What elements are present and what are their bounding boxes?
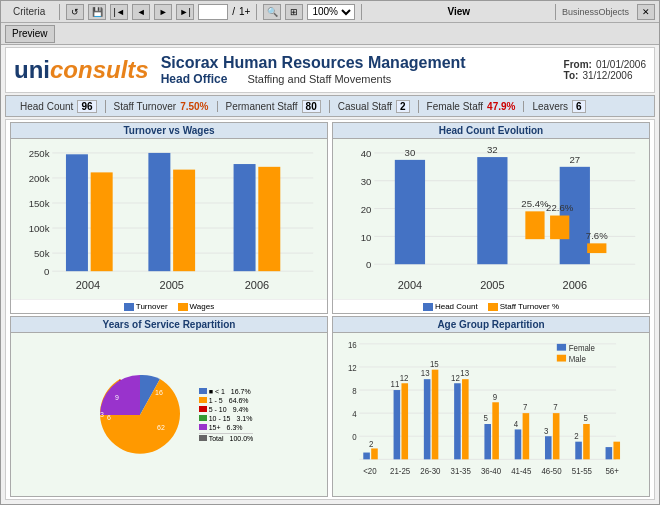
legend-headcount: Head Count (423, 302, 478, 311)
svg-text:30: 30 (405, 147, 416, 158)
svg-text:100k: 100k (29, 223, 50, 234)
close-button[interactable]: ✕ (637, 4, 655, 20)
legend-wages-label: Wages (190, 302, 215, 311)
legend-turnover-label: Turnover (136, 302, 168, 311)
head-count-label: Head Count (20, 101, 73, 112)
svg-text:6: 6 (107, 414, 111, 421)
stats-bar: Head Count 96 Staff Turnover 7.50% Perma… (5, 95, 655, 117)
nav-first[interactable]: |◄ (110, 4, 128, 20)
svg-rect-37 (525, 211, 544, 239)
zoom-select[interactable]: 100% 75% 150% (307, 4, 355, 20)
svg-rect-89 (575, 442, 582, 460)
svg-text:50k: 50k (34, 248, 50, 259)
nav-prev[interactable]: ◄ (132, 4, 150, 20)
svg-text:16: 16 (155, 389, 163, 396)
svg-text:30: 30 (361, 176, 372, 187)
stat-head-count: Head Count 96 (12, 100, 106, 113)
svg-text:200k: 200k (29, 173, 50, 184)
legend-wages-color (178, 303, 188, 311)
svg-text:Male: Male (569, 354, 587, 363)
svg-text:0: 0 (352, 433, 357, 442)
refresh-icon[interactable]: ↺ (66, 4, 84, 20)
svg-rect-12 (66, 154, 88, 271)
svg-rect-104 (557, 344, 566, 351)
svg-text:0: 0 (366, 259, 371, 270)
svg-text:36-40: 36-40 (481, 467, 502, 476)
nav-next[interactable]: ► (154, 4, 172, 20)
svg-text:2005: 2005 (480, 279, 504, 291)
chart3-title: Years of Service Repartition (11, 317, 327, 333)
svg-text:2: 2 (574, 432, 579, 441)
svg-rect-82 (523, 413, 530, 459)
permanent-staff-value: 80 (302, 100, 321, 113)
svg-rect-90 (583, 424, 590, 459)
legend-wages: Wages (178, 302, 215, 311)
svg-rect-13 (91, 172, 113, 271)
svg-text:62: 62 (157, 424, 165, 431)
svg-rect-73 (454, 383, 461, 459)
staff-turnover-value: 7.50% (180, 101, 208, 112)
legend-headcount-color (423, 303, 433, 311)
page-separator: / (232, 6, 235, 17)
legend-5-10: 5 - 109.4% (199, 406, 254, 413)
report-subtitle-right: Staffing and Staff Movements (247, 73, 391, 85)
chart-turnover-wages: Turnover vs Wages 250k 200k 150k (10, 122, 328, 314)
top-toolbar: Criteria ↺ 💾 |◄ ◄ ► ►| 1 / 1+ 🔍 ⊞ 100% 7… (1, 1, 659, 23)
page-number-input[interactable]: 1 (198, 4, 228, 20)
pie-chart-svg: 16 62 9 3 6 (85, 365, 195, 465)
svg-text:7.6%: 7.6% (586, 230, 608, 241)
chart1-title: Turnover vs Wages (11, 123, 327, 139)
svg-text:2: 2 (369, 440, 374, 449)
svg-text:13: 13 (421, 369, 430, 378)
staff-turnover-label: Staff Turnover (114, 101, 177, 112)
svg-rect-39 (550, 216, 569, 240)
save-icon[interactable]: 💾 (88, 4, 106, 20)
legend-total: Total100.0% (199, 433, 254, 442)
svg-rect-16 (234, 164, 256, 271)
report-title: Sicorax Human Resources Management (161, 54, 564, 72)
casual-staff-label: Casual Staff (338, 101, 392, 112)
chart-years-service: Years of Service Repartition (10, 316, 328, 497)
svg-text:9: 9 (115, 394, 119, 401)
title-block: Sicorax Human Resources Management Head … (161, 54, 564, 86)
svg-rect-66 (401, 383, 408, 459)
svg-rect-62 (363, 453, 370, 460)
chart-age-group: Age Group Repartition 16 12 8 (332, 316, 650, 497)
bo-logo: BusinessObjects (562, 7, 629, 17)
svg-rect-14 (148, 153, 170, 271)
logo-consults: consults (50, 56, 149, 84)
report-subtitle-left: Head Office (161, 72, 228, 86)
svg-text:10: 10 (361, 232, 372, 243)
report-header: uniconsults Sicorax Human Resources Mana… (5, 47, 655, 93)
second-toolbar: Preview (1, 23, 659, 45)
svg-rect-17 (258, 167, 280, 271)
preview-button[interactable]: Preview (5, 25, 55, 43)
legend-headcount-label: Head Count (435, 302, 478, 311)
svg-text:12: 12 (348, 364, 357, 373)
zoom-icon[interactable]: 🔍 (263, 4, 281, 20)
legend-10-15: 10 - 153.1% (199, 415, 254, 422)
from-date: 01/01/2006 (596, 59, 646, 70)
svg-rect-94 (613, 442, 620, 460)
page-total: 1+ (239, 6, 250, 17)
svg-text:41-45: 41-45 (511, 467, 532, 476)
svg-text:4: 4 (352, 410, 357, 419)
nav-last[interactable]: ►| (176, 4, 194, 20)
svg-text:5: 5 (584, 414, 589, 423)
svg-rect-31 (395, 160, 425, 264)
fit-icon[interactable]: ⊞ (285, 4, 303, 20)
legend-staff-turnover: Staff Turnover % (488, 302, 559, 311)
casual-staff-value: 2 (396, 100, 410, 113)
stat-casual-staff: Casual Staff 2 (330, 100, 419, 113)
logo-uni: uni (14, 56, 50, 84)
svg-text:7: 7 (523, 403, 528, 412)
svg-text:9: 9 (493, 392, 498, 401)
svg-rect-85 (545, 436, 552, 459)
legend-1-5: 1 - 564.6% (199, 397, 254, 404)
to-date: 31/12/2006 (582, 70, 632, 81)
female-staff-value: 47.9% (487, 101, 515, 112)
head-count-value: 96 (77, 100, 96, 113)
svg-rect-77 (484, 424, 491, 459)
svg-text:25.4%: 25.4% (521, 198, 549, 209)
svg-text:3: 3 (544, 426, 549, 435)
